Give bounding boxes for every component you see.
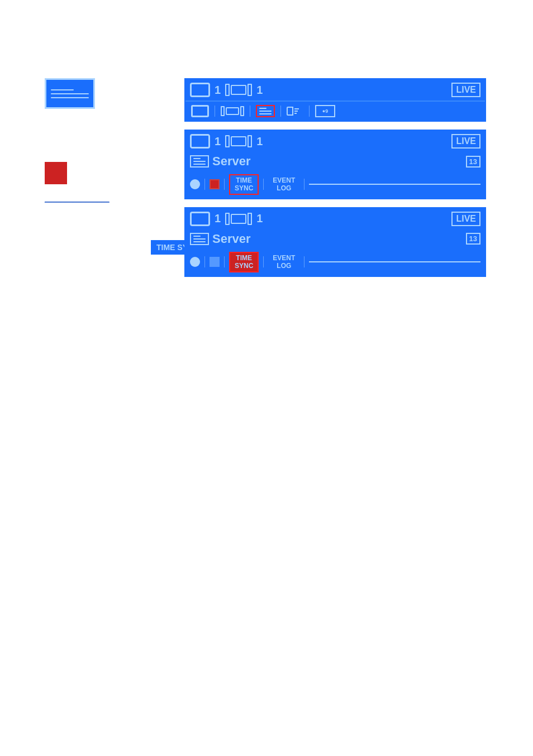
left-small-square (45, 162, 67, 184)
panel-3-bottom-row: TIMESYNC EVENTLOG (185, 248, 485, 276)
sep-bt2c (263, 179, 264, 190)
rec-icon: ●9 (315, 105, 335, 117)
server-label-3: Server (212, 232, 463, 246)
circle-dot-3 (190, 257, 200, 267)
panel-2: 1 1 LIVE Server 13 TIMESYNC (184, 130, 486, 199)
live-badge-3: LIVE (451, 212, 480, 226)
panel-3-server-row: Server 13 (185, 229, 485, 248)
panel-2-top-row: 1 1 LIVE (185, 131, 485, 152)
screen-icon-2 (190, 134, 210, 149)
left-panel (45, 78, 95, 109)
sep4 (309, 106, 310, 117)
dash-line-2 (309, 184, 480, 185)
small-square-3 (210, 257, 220, 267)
film-label-3: 1 (256, 212, 263, 225)
panel-2-server-row: Server 13 (185, 152, 485, 171)
dash-line-3 (309, 261, 480, 262)
server-list-icon (190, 155, 209, 168)
sep3 (280, 106, 281, 117)
channel-label-2: 1 (215, 135, 221, 148)
sep-bt2 (204, 179, 205, 190)
film-label-2: 1 (256, 135, 263, 148)
server-list-icon-3 (190, 233, 209, 245)
sep-bt3b (224, 256, 225, 267)
left-list-icon (45, 78, 95, 109)
left-link[interactable]: ________________ (45, 194, 110, 203)
channel-label: 1 (215, 84, 221, 97)
panel-1: 1 1 LIVE (184, 78, 486, 122)
screen-icon (190, 83, 210, 97)
sep-bt2b (224, 179, 225, 190)
list-line-long (51, 93, 89, 94)
panel-3-top-row: 1 1 LIVE (185, 208, 485, 229)
list-icon-red[interactable] (256, 105, 275, 117)
event-log-badge-2[interactable]: EVENTLOG (268, 175, 299, 194)
channel-label-3: 1 (215, 212, 221, 225)
sep-bt3d (304, 256, 304, 267)
server-label-2: Server (212, 154, 463, 169)
sep-bt3c (263, 256, 264, 267)
film-label: 1 (256, 84, 263, 97)
live-badge-2: LIVE (451, 134, 480, 149)
panel-1-icons-row: ●9 (185, 101, 485, 121)
num-badge-3: 13 (466, 233, 480, 245)
event-log-badge-3[interactable]: EVENTLOG (268, 253, 299, 271)
panel-2-bottom-row: TIMESYNC EVENTLOG (185, 171, 485, 198)
live-badge: LIVE (451, 83, 480, 97)
panel-3: 1 1 LIVE Server 13 TIMESYNC (184, 207, 486, 277)
list-line-short (51, 89, 74, 90)
time-sync-badge-red[interactable]: TIMESYNC (229, 174, 259, 195)
screen-icon-sm (191, 105, 209, 117)
sep-bt3 (204, 256, 205, 267)
num-badge-2: 13 (466, 156, 480, 168)
screen-icon-3 (190, 212, 210, 226)
panel-1-top-row: 1 1 LIVE (185, 79, 485, 101)
main-panels: 1 1 LIVE (184, 78, 486, 284)
film-icon (225, 84, 252, 96)
sep2 (250, 106, 250, 117)
sound-icon (287, 105, 303, 117)
film-icon-3 (225, 213, 252, 225)
small-square-red-2 (210, 179, 220, 189)
film-icon-sm (221, 106, 244, 116)
time-sync-badge-active[interactable]: TIMESYNC (229, 252, 259, 272)
sep1 (215, 106, 215, 117)
circle-dot-2 (190, 179, 200, 189)
sep-bt2d (304, 179, 304, 190)
film-icon-2 (225, 135, 252, 147)
list-line-long2 (51, 97, 89, 98)
